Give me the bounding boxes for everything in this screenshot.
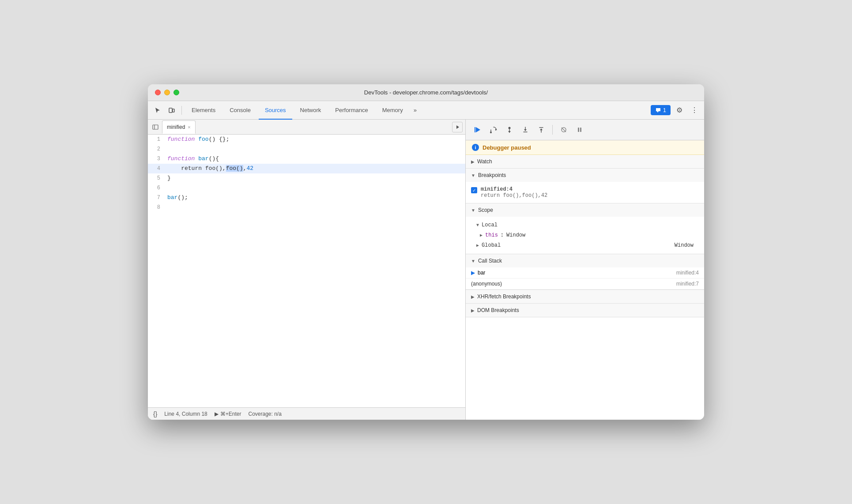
scope-label: Scope — [478, 207, 493, 213]
devtools-window: DevTools - developer.chrome.com/tags/dev… — [148, 84, 704, 420]
tab-elements[interactable]: Elements — [185, 101, 222, 120]
scope-content: ▼ Local ▶ this : Window — [466, 217, 704, 254]
scope-key-this: this — [485, 232, 498, 238]
call-stack-header[interactable]: ▼ Call Stack — [466, 254, 704, 267]
xhr-label: XHR/fetch Breakpoints — [477, 293, 531, 300]
tab-network[interactable]: Network — [294, 101, 328, 120]
separator — [181, 106, 182, 115]
code-line-8: 8 — [148, 203, 465, 212]
code-line-1: 1 function foo() {}; — [148, 135, 465, 144]
more-options-icon[interactable]: ⋮ — [688, 104, 701, 117]
call-stack-anon-name: (anonymous) — [471, 281, 502, 287]
svg-rect-1 — [173, 109, 174, 112]
breakpoint-checkbox[interactable]: ✓ — [471, 187, 477, 193]
call-stack-anon-location: minified:7 — [676, 281, 699, 287]
call-stack-content: ▶ bar minified:4 (anonymous) minified:7 — [466, 267, 704, 290]
svg-marker-16 — [540, 128, 543, 130]
call-stack-label: Call Stack — [478, 258, 502, 264]
global-label: Global — [482, 242, 501, 248]
code-line-5: 5 } — [148, 173, 465, 183]
svg-rect-20 — [578, 128, 579, 132]
step-into-button[interactable] — [519, 123, 532, 136]
breakpoint-item: ✓ minified:4 return foo(),foo(),42 — [471, 184, 699, 200]
device-toggle-icon[interactable] — [166, 104, 178, 117]
xhr-breakpoints-panel: ▶ XHR/fetch Breakpoints — [466, 290, 704, 304]
dom-breakpoints-header[interactable]: ▶ DOM Breakpoints — [466, 304, 704, 317]
scope-panel-header[interactable]: ▼ Scope — [466, 203, 704, 217]
debugger-paused-text: Debugger paused — [483, 144, 531, 151]
cursor-position: Line 4, Column 18 — [164, 411, 207, 417]
scope-global-header[interactable]: ▶ Global Window — [471, 240, 699, 251]
step-out-button[interactable] — [535, 123, 548, 136]
tab-performance[interactable]: Performance — [329, 101, 374, 120]
breakpoints-panel: ▼ Breakpoints ✓ minified:4 return foo(),… — [466, 169, 704, 203]
svg-marker-11 — [508, 131, 511, 133]
scope-chevron: ▼ — [471, 208, 475, 213]
breakpoints-content: ✓ minified:4 return foo(),foo(),42 — [466, 182, 704, 203]
title-bar: DevTools - developer.chrome.com/tags/dev… — [148, 84, 704, 101]
code-line-6: 6 — [148, 183, 465, 193]
watch-panel: ▶ Watch — [466, 155, 704, 169]
maximize-button[interactable] — [173, 90, 179, 95]
info-icon: i — [472, 144, 479, 151]
file-tab-name: minified — [167, 124, 185, 130]
pause-on-exception-button[interactable] — [573, 123, 586, 136]
svg-marker-4 — [456, 125, 459, 129]
file-tab-minified[interactable]: minified × — [162, 120, 196, 134]
svg-marker-13 — [524, 129, 527, 131]
main-content: minified × 1 function foo() {}; — [148, 120, 704, 420]
xhr-chevron: ▶ — [471, 294, 475, 299]
breakpoints-chevron: ▼ — [471, 173, 475, 178]
window-title: DevTools - developer.chrome.com/tags/dev… — [364, 89, 488, 96]
svg-rect-2 — [153, 125, 158, 129]
right-scroll-area[interactable]: i Debugger paused ▶ Watch ▼ — [466, 140, 704, 420]
tab-console[interactable]: Console — [223, 101, 257, 120]
resume-button[interactable] — [471, 123, 484, 136]
watch-panel-header[interactable]: ▶ Watch — [466, 155, 704, 168]
chat-button[interactable]: 1 — [651, 105, 671, 115]
dom-label: DOM Breakpoints — [477, 307, 519, 313]
code-editor[interactable]: 1 function foo() {}; 2 3 function bar(){ — [148, 135, 465, 407]
minimize-button[interactable] — [164, 90, 170, 95]
tab-memory[interactable]: Memory — [376, 101, 409, 120]
sidebar-toggle-icon[interactable] — [151, 122, 160, 132]
scope-local-header[interactable]: ▼ Local — [471, 219, 699, 231]
global-chevron: ▶ — [476, 243, 479, 248]
step-over-button[interactable] — [487, 123, 500, 136]
deactivate-breakpoints-button[interactable] — [557, 123, 570, 136]
close-button[interactable] — [155, 90, 161, 95]
tab-sources[interactable]: Sources — [259, 101, 292, 120]
call-stack-item-anonymous[interactable]: (anonymous) minified:7 — [466, 278, 704, 290]
xhr-breakpoints-header[interactable]: ▶ XHR/fetch Breakpoints — [466, 290, 704, 303]
file-tab-close[interactable]: × — [188, 124, 190, 130]
call-stack-item-bar[interactable]: ▶ bar minified:4 — [466, 267, 704, 278]
svg-rect-6 — [475, 127, 475, 132]
dom-breakpoints-panel: ▶ DOM Breakpoints — [466, 304, 704, 317]
format-icon[interactable]: {} — [153, 410, 157, 417]
toolbar-right: 1 ⚙ ⋮ — [651, 104, 701, 117]
breakpoints-label: Breakpoints — [478, 172, 506, 178]
scope-val-window: Window — [506, 232, 525, 238]
devtools-container: Elements Console Sources Network Perform… — [148, 101, 704, 420]
dom-chevron: ▶ — [471, 308, 475, 313]
call-stack-bar-name: bar — [478, 270, 485, 276]
debug-toolbar — [466, 120, 704, 140]
breakpoint-code: return foo(),foo(),42 — [481, 192, 547, 199]
breakpoints-panel-header[interactable]: ▼ Breakpoints — [466, 169, 704, 182]
watch-chevron: ▶ — [471, 159, 475, 164]
run-button[interactable] — [452, 122, 463, 132]
more-tabs-button[interactable]: » — [411, 107, 419, 113]
status-bar: {} Line 4, Column 18 ▶ ⌘+Enter Coverage:… — [148, 407, 465, 420]
coverage-label: Coverage: n/a — [248, 411, 281, 417]
settings-icon[interactable]: ⚙ — [673, 104, 686, 117]
scope-panel: ▼ Scope ▼ Local ▶ — [466, 203, 704, 254]
debugger-paused-banner: i Debugger paused — [466, 140, 704, 155]
local-label: Local — [482, 222, 498, 228]
call-stack-bar-location: minified:4 — [676, 270, 699, 276]
svg-marker-5 — [476, 127, 480, 132]
file-tab-bar: minified × — [148, 120, 465, 135]
scope-this-item[interactable]: ▶ this : Window — [480, 231, 699, 240]
cursor-icon[interactable] — [151, 104, 164, 117]
run-coverage-btn[interactable]: ▶ ⌘+Enter — [215, 411, 241, 417]
step-button[interactable] — [503, 123, 516, 136]
